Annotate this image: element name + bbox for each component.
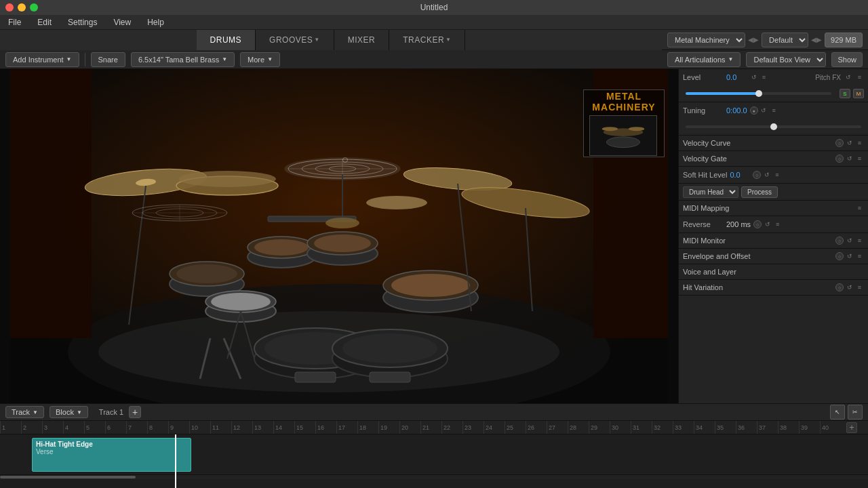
hv-power[interactable]: ○ bbox=[835, 283, 844, 291]
drum-kit-view[interactable]: METAL MACHINERY bbox=[0, 69, 678, 403]
level-reset-icon[interactable]: ↺ bbox=[749, 73, 758, 82]
pitch-fx-reset[interactable]: ↺ bbox=[844, 73, 852, 82]
menu-view[interactable]: View bbox=[111, 16, 134, 28]
rev-menu[interactable]: ≡ bbox=[773, 220, 782, 229]
tuning-label: Tuning bbox=[683, 106, 724, 115]
rev-reset[interactable]: ↺ bbox=[763, 220, 772, 229]
velocity-gate-icons: ○ ↺ ≡ bbox=[835, 155, 864, 163]
sh-power[interactable]: ○ bbox=[753, 171, 761, 179]
vg-menu[interactable]: ≡ bbox=[855, 155, 864, 163]
level-slider-thumb[interactable] bbox=[755, 90, 762, 97]
pointer-tool[interactable]: ↖ bbox=[830, 405, 845, 420]
vg-reset[interactable]: ↺ bbox=[845, 155, 854, 163]
menu-settings[interactable]: Settings bbox=[65, 16, 100, 28]
tuning-menu[interactable]: ≡ bbox=[770, 106, 778, 115]
voice-layer-row: Voice and Layer bbox=[679, 264, 868, 279]
drum-kit-svg bbox=[10, 69, 668, 403]
solo-button[interactable]: S bbox=[840, 89, 850, 98]
cymbal-button[interactable]: 6.5x14" Tama Bell Brass ▼ bbox=[131, 52, 235, 67]
scroll-thumb[interactable] bbox=[0, 476, 136, 479]
track-lane-1: Hi-Hat Tight Edge Verse bbox=[0, 434, 868, 475]
midi-mapping-section: MIDI Mapping ≡ bbox=[679, 201, 868, 216]
envelope-icons: ○ ↺ ≡ bbox=[835, 252, 864, 261]
process-button[interactable]: Process bbox=[741, 186, 778, 198]
mmon-menu[interactable]: ≡ bbox=[855, 237, 864, 245]
sh-menu[interactable]: ≡ bbox=[772, 171, 781, 180]
all-articulations-button[interactable]: All Articulations ▼ bbox=[667, 52, 741, 67]
timeline-num-29: 29 bbox=[589, 421, 610, 434]
track-block-sub: Verse bbox=[36, 448, 187, 455]
sh-reset[interactable]: ↺ bbox=[762, 171, 771, 180]
mm-menu[interactable]: ≡ bbox=[855, 204, 864, 213]
menu-edit[interactable]: Edit bbox=[35, 16, 54, 28]
view-select[interactable]: Default Box View bbox=[746, 52, 826, 67]
hv-reset[interactable]: ↺ bbox=[845, 283, 854, 292]
preset-bar: Metal Machinery ◀▶ Default ◀▶ 929 MB bbox=[662, 33, 868, 47]
timeline-num-39: 39 bbox=[799, 421, 820, 434]
tab-grooves[interactable]: GROOVES ▼ bbox=[256, 30, 334, 50]
block-dropdown[interactable]: Block ▼ bbox=[50, 406, 88, 418]
close-button[interactable] bbox=[5, 3, 14, 12]
envelope-label: Envelope and Offset bbox=[683, 252, 833, 260]
snare-button[interactable]: Snare bbox=[91, 52, 125, 67]
timeline-num-31: 31 bbox=[631, 421, 652, 434]
add-instrument-button[interactable]: Add Instrument ▼ bbox=[5, 52, 79, 67]
vc-reset[interactable]: ↺ bbox=[845, 139, 854, 148]
level-menu-icon[interactable]: ≡ bbox=[760, 73, 768, 82]
timeline-num-26: 26 bbox=[526, 421, 547, 434]
timeline-num-12: 12 bbox=[231, 421, 252, 434]
tab-tracker[interactable]: TRACKER ▼ bbox=[389, 30, 465, 50]
midi-monitor-row: MIDI Monitor ○ ↺ ≡ bbox=[679, 233, 868, 248]
soft-hit-icons: ○ ↺ ≡ bbox=[753, 171, 781, 180]
mmon-reset[interactable]: ↺ bbox=[845, 237, 854, 245]
more-button[interactable]: More ▼ bbox=[240, 52, 280, 67]
env-reset[interactable]: ↺ bbox=[845, 252, 854, 261]
hv-menu[interactable]: ≡ bbox=[855, 283, 864, 292]
vg-power[interactable]: ○ bbox=[835, 155, 844, 163]
zoom-in-button[interactable]: + bbox=[846, 422, 857, 433]
tab-mixer[interactable]: MIXER bbox=[334, 30, 390, 50]
default-preset-select[interactable]: Default bbox=[762, 33, 808, 47]
tuning-reset[interactable]: ↺ bbox=[760, 106, 768, 115]
maximize-button[interactable] bbox=[30, 3, 38, 12]
timeline-num-34: 34 bbox=[694, 421, 715, 434]
mmon-power[interactable]: ○ bbox=[835, 237, 844, 245]
timeline-num-17: 17 bbox=[336, 421, 357, 434]
reverse-value: 200 ms bbox=[726, 220, 751, 228]
voice-layer-label: Voice and Layer bbox=[683, 268, 864, 276]
tuning-power[interactable]: ● bbox=[750, 106, 758, 115]
drum-head-select[interactable]: Drum Head bbox=[683, 186, 738, 198]
soft-hit-value: 0.0 bbox=[730, 171, 750, 179]
timeline-scrollbar[interactable] bbox=[0, 475, 868, 479]
rev-power[interactable]: ○ bbox=[753, 220, 762, 228]
tab-drums[interactable]: DRUMS bbox=[197, 30, 256, 50]
env-menu[interactable]: ≡ bbox=[855, 252, 864, 261]
mute-button[interactable]: M bbox=[853, 89, 864, 98]
track1-label: Track 1 bbox=[99, 408, 123, 416]
tuning-slider-thumb[interactable] bbox=[770, 123, 777, 130]
env-power[interactable]: ○ bbox=[835, 252, 844, 260]
midi-monitor-icons: ○ ↺ ≡ bbox=[835, 237, 864, 245]
pitch-fx-menu[interactable]: ≡ bbox=[855, 73, 864, 82]
timeline-num-36: 36 bbox=[736, 421, 757, 434]
track-block-1[interactable]: Hi-Hat Tight Edge Verse bbox=[32, 438, 191, 472]
menu-file[interactable]: File bbox=[5, 16, 24, 28]
minimize-button[interactable] bbox=[18, 3, 26, 12]
main-content: METAL MACHINERY bbox=[0, 69, 868, 403]
timeline-num-2: 2 bbox=[21, 421, 42, 434]
timeline-num-35: 35 bbox=[715, 421, 736, 434]
scissors-tool[interactable]: ✂ bbox=[848, 405, 863, 420]
timeline-num-20: 20 bbox=[399, 421, 420, 434]
envelope-section: Envelope and Offset ○ ↺ ≡ bbox=[679, 249, 868, 264]
add-track-button[interactable]: + bbox=[129, 406, 141, 418]
vc-power[interactable]: ○ bbox=[835, 139, 844, 147]
svg-point-10 bbox=[178, 171, 276, 187]
show-button[interactable]: Show bbox=[831, 52, 863, 67]
midi-mapping-row: MIDI Mapping ≡ bbox=[679, 201, 868, 216]
vc-menu[interactable]: ≡ bbox=[855, 139, 864, 148]
kit-preset-select[interactable]: Metal Machinery bbox=[667, 33, 745, 47]
menu-help[interactable]: Help bbox=[144, 16, 167, 28]
track-dropdown[interactable]: Track ▼ bbox=[5, 406, 44, 418]
track-controls: Track ▼ Block ▼ Track 1 + ↖ ✂ bbox=[0, 404, 868, 421]
track-lanes[interactable]: Hi-Hat Tight Edge Verse bbox=[0, 434, 868, 488]
